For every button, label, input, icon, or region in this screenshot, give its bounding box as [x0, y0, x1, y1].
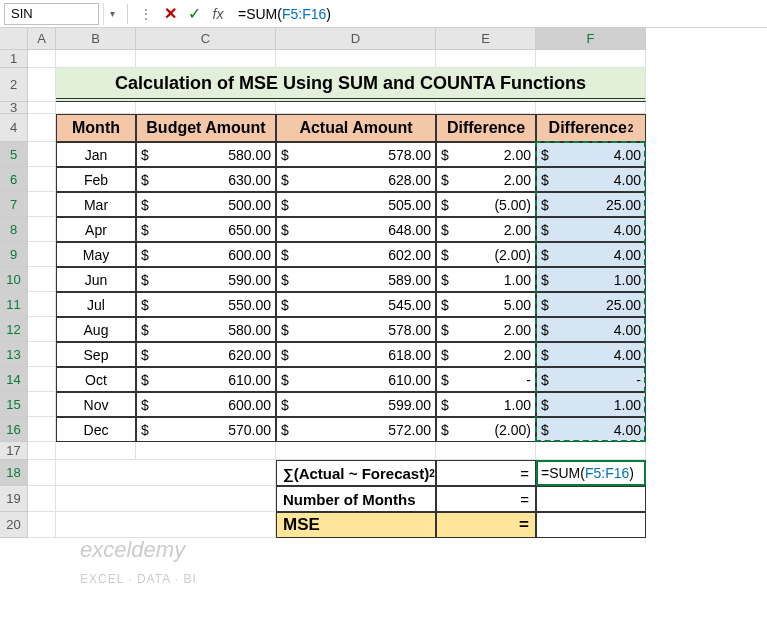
cell-E16[interactable]: $(2.00) [436, 417, 536, 442]
cell-F5[interactable]: $4.00 [536, 142, 646, 167]
row-header-7[interactable]: 7 [0, 192, 28, 217]
cell-D7[interactable]: $505.00 [276, 192, 436, 217]
row-header-1[interactable]: 1 [0, 50, 28, 68]
cell-E11[interactable]: $5.00 [436, 292, 536, 317]
cell-F10[interactable]: $1.00 [536, 267, 646, 292]
col-header-E[interactable]: E [436, 28, 536, 50]
row-header-3[interactable]: 3 [0, 102, 28, 114]
cell-E8[interactable]: $2.00 [436, 217, 536, 242]
cell-F7[interactable]: $25.00 [536, 192, 646, 217]
row-header-20[interactable]: 20 [0, 512, 28, 538]
summary-label-18[interactable]: ∑(Actual ~ Forecast)2 [276, 460, 436, 486]
cell-month[interactable]: Apr [56, 217, 136, 242]
cell-D12[interactable]: $578.00 [276, 317, 436, 342]
cell-F11[interactable]: $25.00 [536, 292, 646, 317]
row-header-14[interactable]: 14 [0, 367, 28, 392]
select-all-corner[interactable] [0, 28, 28, 50]
summary-val-20[interactable] [536, 512, 646, 538]
cell-D14[interactable]: $610.00 [276, 367, 436, 392]
summary-label-19[interactable]: Number of Months [276, 486, 436, 512]
cell-D8[interactable]: $648.00 [276, 217, 436, 242]
cell-D11[interactable]: $545.00 [276, 292, 436, 317]
col-header-D[interactable]: D [276, 28, 436, 50]
cancel-icon[interactable]: ✕ [160, 4, 180, 24]
cell-month[interactable]: May [56, 242, 136, 267]
cell-D15[interactable]: $599.00 [276, 392, 436, 417]
cell-E13[interactable]: $2.00 [436, 342, 536, 367]
cell-E6[interactable]: $2.00 [436, 167, 536, 192]
row-header-9[interactable]: 9 [0, 242, 28, 267]
cell-D13[interactable]: $618.00 [276, 342, 436, 367]
name-box[interactable]: SIN [4, 3, 99, 25]
cell-month[interactable]: Jun [56, 267, 136, 292]
summary-eq-18[interactable]: = [436, 460, 536, 486]
summary-eq-19[interactable]: = [436, 486, 536, 512]
cell-E12[interactable]: $2.00 [436, 317, 536, 342]
cell-C8[interactable]: $650.00 [136, 217, 276, 242]
cell-D6[interactable]: $628.00 [276, 167, 436, 192]
confirm-icon[interactable]: ✓ [184, 4, 204, 24]
cell-C13[interactable]: $620.00 [136, 342, 276, 367]
cell-F13[interactable]: $4.00 [536, 342, 646, 367]
cell-C11[interactable]: $550.00 [136, 292, 276, 317]
col-header-C[interactable]: C [136, 28, 276, 50]
cell-month[interactable]: Mar [56, 192, 136, 217]
cell-D16[interactable]: $572.00 [276, 417, 436, 442]
cell-E5[interactable]: $2.00 [436, 142, 536, 167]
cell-F15[interactable]: $1.00 [536, 392, 646, 417]
cell-C6[interactable]: $630.00 [136, 167, 276, 192]
name-box-dropdown[interactable]: ▾ [103, 3, 121, 25]
row-header-2[interactable]: 2 [0, 68, 28, 102]
row-header-15[interactable]: 15 [0, 392, 28, 417]
cell-C16[interactable]: $570.00 [136, 417, 276, 442]
summary-eq-20[interactable]: = [436, 512, 536, 538]
cell-F12[interactable]: $4.00 [536, 317, 646, 342]
cell-month[interactable]: Oct [56, 367, 136, 392]
cell-E9[interactable]: $(2.00) [436, 242, 536, 267]
cell-C15[interactable]: $600.00 [136, 392, 276, 417]
cell-D5[interactable]: $578.00 [276, 142, 436, 167]
row-header-12[interactable]: 12 [0, 317, 28, 342]
cell-month[interactable]: Aug [56, 317, 136, 342]
summary-label-20[interactable]: MSE [276, 512, 436, 538]
row-header-10[interactable]: 10 [0, 267, 28, 292]
cell-month[interactable]: Nov [56, 392, 136, 417]
col-header-A[interactable]: A [28, 28, 56, 50]
cell-F6[interactable]: $4.00 [536, 167, 646, 192]
row-header-16[interactable]: 16 [0, 417, 28, 442]
fx-icon[interactable]: fx [208, 4, 228, 24]
cell-F16[interactable]: $4.00 [536, 417, 646, 442]
row-header-5[interactable]: 5 [0, 142, 28, 167]
cell-month[interactable]: Jul [56, 292, 136, 317]
cell-F14[interactable]: $- [536, 367, 646, 392]
cell-C7[interactable]: $500.00 [136, 192, 276, 217]
row-header-8[interactable]: 8 [0, 217, 28, 242]
cell-C14[interactable]: $610.00 [136, 367, 276, 392]
cell-F8[interactable]: $4.00 [536, 217, 646, 242]
cell-C9[interactable]: $600.00 [136, 242, 276, 267]
more-icon[interactable]: ⋮ [136, 4, 156, 24]
cell-D10[interactable]: $589.00 [276, 267, 436, 292]
cell-E15[interactable]: $1.00 [436, 392, 536, 417]
row-header-11[interactable]: 11 [0, 292, 28, 317]
cell-E14[interactable]: $- [436, 367, 536, 392]
cell-month[interactable]: Feb [56, 167, 136, 192]
cell-month[interactable]: Sep [56, 342, 136, 367]
formula-input[interactable]: =SUM(F5:F16) [230, 3, 767, 25]
cell-E10[interactable]: $1.00 [436, 267, 536, 292]
cell-D9[interactable]: $602.00 [276, 242, 436, 267]
row-header-13[interactable]: 13 [0, 342, 28, 367]
cell-F9[interactable]: $4.00 [536, 242, 646, 267]
cell-C5[interactable]: $580.00 [136, 142, 276, 167]
summary-val-18[interactable]: =SUM(F5:F16) [536, 460, 646, 486]
row-header-17[interactable]: 17 [0, 442, 28, 460]
cell-C12[interactable]: $580.00 [136, 317, 276, 342]
cell-E7[interactable]: $(5.00) [436, 192, 536, 217]
cell-C10[interactable]: $590.00 [136, 267, 276, 292]
cell-month[interactable]: Jan [56, 142, 136, 167]
row-header-4[interactable]: 4 [0, 114, 28, 142]
row-header-18[interactable]: 18 [0, 460, 28, 486]
col-header-F[interactable]: F [536, 28, 646, 50]
col-header-B[interactable]: B [56, 28, 136, 50]
row-header-6[interactable]: 6 [0, 167, 28, 192]
